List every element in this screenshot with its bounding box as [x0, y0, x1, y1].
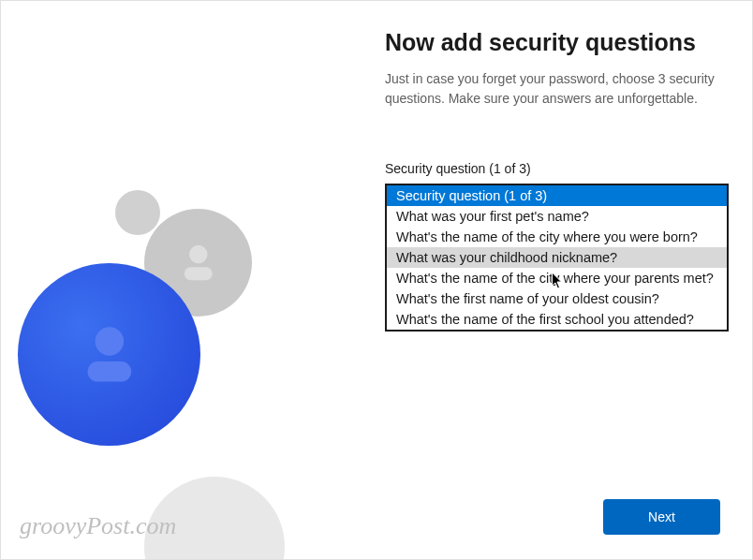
person-icon — [67, 313, 152, 397]
page-heading: Now add security questions — [385, 29, 731, 56]
page-subheading: Just in case you forget your password, c… — [385, 69, 731, 109]
illustration-panel — [1, 1, 357, 560]
avatar-small-circle — [115, 190, 160, 235]
person-icon — [171, 236, 226, 290]
avatar-large-circle — [18, 263, 200, 446]
next-button[interactable]: Next — [603, 499, 720, 535]
security-question-dropdown[interactable]: Security question (1 of 3)What was your … — [385, 184, 729, 332]
dropdown-option[interactable]: What's the name of the city where you we… — [387, 227, 727, 247]
dropdown-option[interactable]: What's the name of the city where your p… — [387, 268, 727, 288]
watermark-text: groovyPost.com — [20, 512, 176, 540]
dropdown-option[interactable]: Security question (1 of 3) — [387, 185, 727, 206]
content-panel: Now add security questions Just in case … — [385, 29, 731, 332]
dropdown-label: Security question (1 of 3) — [385, 161, 731, 176]
svg-rect-3 — [87, 361, 131, 382]
dropdown-option[interactable]: What was your childhood nickname? — [387, 247, 727, 268]
svg-rect-1 — [185, 267, 213, 280]
svg-point-0 — [189, 245, 208, 264]
svg-point-2 — [95, 327, 123, 355]
dropdown-option[interactable]: What was your first pet's name? — [387, 206, 727, 227]
dropdown-option[interactable]: What's the name of the first school you … — [387, 309, 727, 330]
dropdown-option[interactable]: What's the first name of your oldest cou… — [387, 288, 727, 309]
